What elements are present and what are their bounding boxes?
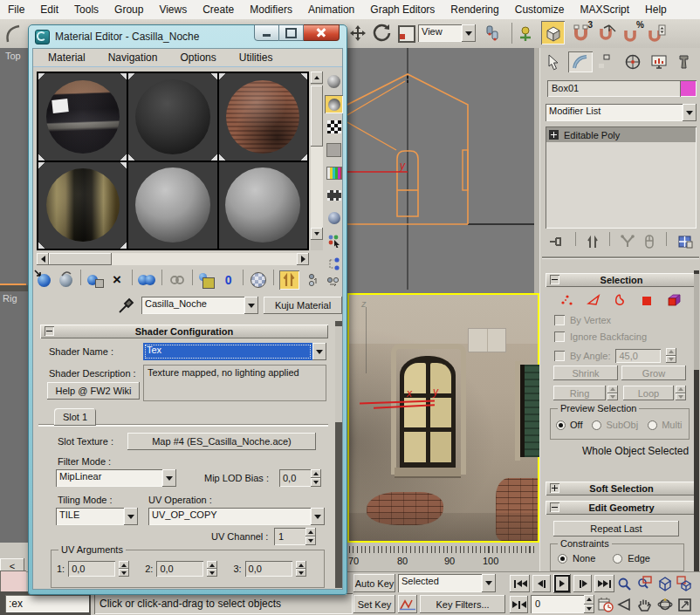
chevron-down-icon[interactable] [162, 469, 176, 487]
slots-vertical-scrollbar[interactable] [311, 72, 323, 250]
expand-plus-icon[interactable] [550, 483, 559, 493]
menu-file[interactable]: File [0, 0, 32, 19]
scrollbar-thumb[interactable] [311, 85, 323, 147]
key-mode-toggle-button[interactable] [510, 596, 528, 613]
loop-button[interactable]: Loop [623, 386, 674, 400]
rollout-selection-header[interactable]: Selection [546, 273, 697, 287]
video-color-check-icon[interactable] [325, 164, 343, 182]
sample-uv-tiling-icon[interactable] [325, 140, 343, 159]
menu-graph-editors[interactable]: Graph Editors [362, 0, 443, 19]
put-material-to-scene-icon[interactable] [56, 274, 74, 287]
sample-slot-4[interactable] [38, 162, 127, 249]
reset-map-icon[interactable]: × [107, 271, 126, 289]
percent-snap-icon[interactable]: % [621, 22, 643, 44]
snaps-toggle-icon[interactable] [541, 21, 565, 44]
me-menu-utilities[interactable]: Utilities [231, 49, 281, 66]
shrink-button[interactable]: Shrink [553, 366, 618, 380]
zoom-extents-icon[interactable] [656, 575, 673, 592]
me-menu-navigation[interactable]: Navigation [100, 49, 166, 66]
stack-item-editable-poly[interactable]: Editable Poly [546, 127, 696, 142]
previous-frame-button[interactable] [532, 575, 551, 592]
help-fw2-wiki-button[interactable]: Help @ FW2 Wiki [47, 382, 140, 400]
chevron-down-icon[interactable] [312, 343, 326, 360]
key-filters-curve-icon[interactable] [398, 595, 417, 613]
material-editor-window[interactable]: Material Editor - Casilla_Noche Material… [28, 24, 347, 595]
pick-material-eyedropper-icon[interactable] [117, 296, 136, 315]
backlight-icon[interactable] [325, 95, 343, 113]
collapse-minus-icon[interactable] [550, 275, 559, 284]
frame-spinner[interactable] [584, 595, 594, 613]
scroll-up-icon[interactable] [311, 72, 323, 84]
tab-utilities-icon[interactable] [673, 51, 697, 72]
uv-channel-field[interactable]: 1 [274, 528, 308, 545]
sample-slot-6[interactable] [219, 162, 307, 249]
tab-create-icon[interactable] [542, 51, 566, 72]
scrollbar-thumb[interactable] [694, 274, 699, 370]
ignore-backfacing-checkbox[interactable] [554, 331, 565, 342]
uv-arg2-field[interactable]: 0,0 [156, 561, 203, 577]
expand-plus-icon[interactable] [549, 130, 559, 140]
scrollbar-thumb[interactable] [49, 253, 112, 265]
zoom-extents-all-icon[interactable] [676, 575, 693, 592]
get-material-icon[interactable] [35, 274, 53, 287]
time-configuration-icon[interactable] [597, 596, 614, 613]
menu-help[interactable]: Help [637, 0, 675, 19]
select-scale-icon[interactable] [398, 25, 415, 43]
select-manipulate-icon[interactable] [515, 23, 536, 44]
vertex-subobject-icon[interactable] [559, 293, 573, 307]
uv-arg3-field[interactable]: 0,0 [245, 561, 292, 577]
collapse-minus-icon[interactable] [45, 326, 54, 336]
uv-arg2-spinner[interactable] [207, 561, 217, 577]
menu-customize[interactable]: Customize [507, 0, 573, 19]
edge-subobject-icon[interactable] [587, 293, 600, 307]
sample-slot-2[interactable] [128, 73, 216, 161]
constraint-none-radio[interactable] [558, 554, 567, 564]
shader-name-dropdown[interactable]: Tex [143, 343, 326, 360]
slot-texture-map-button[interactable]: Map #4 (ES_Casilla_Noche.ace) [127, 433, 316, 450]
modifier-stack[interactable]: Editable Poly [546, 126, 697, 229]
viewport-perspective-active[interactable]: z x y [347, 293, 539, 543]
chevron-down-icon[interactable] [311, 508, 325, 525]
go-forward-to-sibling-icon[interactable] [323, 273, 341, 287]
menu-animation[interactable]: Animation [300, 0, 362, 19]
remove-modifier-icon[interactable] [643, 235, 655, 249]
by-angle-field[interactable]: 45,0 [615, 349, 661, 363]
mip-lod-bias-spinner[interactable] [311, 469, 321, 487]
undo-icon[interactable] [2, 22, 24, 44]
uv-arg1-field[interactable]: 0,0 [68, 561, 115, 577]
orbit-icon[interactable] [656, 596, 673, 613]
menu-create[interactable]: Create [195, 0, 242, 19]
slot-1-tab[interactable]: Slot 1 [54, 408, 96, 426]
chevron-down-icon[interactable] [683, 104, 697, 121]
make-unique-material-icon[interactable] [168, 273, 186, 287]
set-key-button[interactable]: Set Key [353, 595, 395, 613]
grow-button[interactable]: Grow [621, 366, 686, 380]
show-map-in-viewport-icon[interactable] [249, 272, 267, 288]
maxscript-mini-listener[interactable]: :ex [5, 595, 89, 612]
close-button[interactable] [304, 24, 340, 41]
chevron-down-icon[interactable] [244, 297, 258, 314]
uv-channel-spinner[interactable] [305, 528, 316, 545]
scroll-down-icon[interactable] [311, 228, 323, 240]
auto-key-button[interactable]: Auto Key [353, 574, 395, 592]
pin-stack-icon[interactable] [549, 235, 565, 249]
sample-slot-3[interactable] [219, 73, 307, 161]
viewport-front[interactable]: y [346, 48, 534, 290]
go-to-parent-icon[interactable] [302, 273, 320, 287]
filter-mode-dropdown[interactable]: MipLinear [56, 469, 176, 487]
by-angle-checkbox[interactable] [554, 351, 565, 361]
make-preview-icon[interactable] [325, 187, 343, 205]
track-bar[interactable]: 70 80 90 100 [334, 543, 539, 571]
tab-display-icon[interactable] [647, 51, 671, 72]
menu-group[interactable]: Group [106, 0, 151, 19]
show-end-result-stack-icon[interactable] [587, 235, 599, 249]
rollout-scrollbar-thumb[interactable] [335, 326, 342, 422]
me-menu-material[interactable]: Material [40, 49, 93, 66]
by-angle-spinner[interactable] [666, 348, 676, 363]
zoom-all-icon[interactable] [635, 575, 653, 592]
make-unique-icon[interactable] [620, 235, 635, 249]
me-menu-options[interactable]: Options [172, 49, 223, 66]
viewport-right-label[interactable]: Rig [3, 293, 17, 304]
ring-button[interactable]: Ring [553, 386, 606, 400]
menu-views[interactable]: Views [151, 0, 195, 19]
